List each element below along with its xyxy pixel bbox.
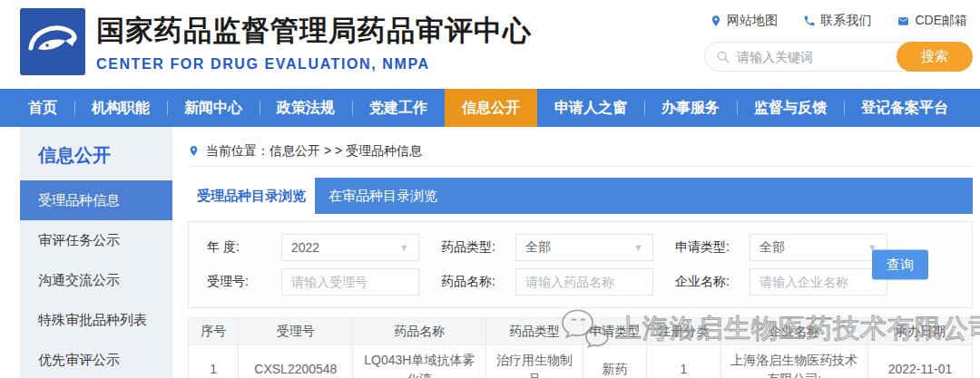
breadcrumb-text: 当前位置：信息公开 > > 受理品种信息 (206, 143, 422, 160)
table-row: 1 CXSL2200548 LQ043H单域抗体雾化液 治疗用生物制品 新药 1… (189, 345, 973, 378)
apply-type-select[interactable]: 全部 ▼ (750, 234, 887, 261)
site-search: 搜索 (704, 42, 973, 72)
cell-index: 1 (189, 345, 239, 378)
filter-row-2: 受理号: 药品名称: 企业名称: (207, 268, 957, 296)
filter-row-1: 年 度: 2022 ▼ 药品类型: 全部 ▼ (207, 234, 957, 261)
filter-acceptance-no: 受理号: (207, 268, 419, 296)
main-panel: 当前位置：信息公开 > > 受理品种信息 受理品种目录浏览 在审品种目录浏览 年… (188, 127, 973, 378)
tab-strip: 受理品种目录浏览 在审品种目录浏览 (188, 178, 973, 214)
sidebar-title: 信息公开 (20, 127, 172, 180)
nav-item-registration-platform[interactable]: 登记备案平台 (844, 89, 965, 127)
tab-accepted-catalog[interactable]: 受理品种目录浏览 (188, 178, 315, 214)
quick-links: 网站地图 联系我们 CDE邮箱 (704, 13, 973, 29)
filter-apply-type: 申请类型: 全部 ▼ (675, 234, 887, 261)
tab-under-review-catalog[interactable]: 在审品种目录浏览 (315, 178, 451, 214)
sidebar-item-priority-review[interactable]: 优先审评公示 (20, 340, 172, 378)
drug-name-input[interactable] (515, 268, 653, 296)
nav-item-news[interactable]: 新闻中心 (167, 89, 260, 127)
filter-company-name: 企业名称: (675, 268, 887, 296)
nav-item-services[interactable]: 办事服务 (644, 89, 737, 127)
brand: 国家药品监督管理局药品审评中心 CENTER FOR DRUG EVALUATI… (20, 8, 532, 75)
filter-drug-name: 药品名称: (441, 268, 653, 296)
cde-logo-icon (20, 8, 85, 75)
nav-item-home[interactable]: 首页 (11, 89, 74, 127)
content: 信息公开 受理品种信息 审评任务公示 沟通交流公示 特殊审批品种列表 优先审评公… (0, 127, 980, 378)
nav-item-info-disclosure[interactable]: 信息公开 (445, 89, 537, 127)
site-title: 国家药品监督管理局药品审评中心 (96, 12, 532, 50)
sitemap-link[interactable]: 网站地图 (710, 13, 778, 29)
apply-type-select-value: 全部 (760, 239, 785, 256)
location-pin-icon (710, 15, 722, 27)
col-header-apply-type: 申请类型 (583, 318, 647, 345)
sidebar: 信息公开 受理品种信息 审评任务公示 沟通交流公示 特殊审批品种列表 优先审评公… (20, 127, 172, 378)
cell-apply-type: 新药 (583, 345, 647, 378)
nav-item-party[interactable]: 党建工作 (352, 89, 445, 127)
year-select-value: 2022 (291, 240, 319, 255)
cde-mail-link[interactable]: CDE邮箱 (897, 13, 967, 29)
breadcrumb: 当前位置：信息公开 > > 受理品种信息 (188, 136, 973, 167)
table-header-row: 序号 受理号 药品名称 药品类型 申请类型 注册分类 企业名称 承办日期 (189, 318, 973, 345)
nav-item-supervision[interactable]: 监督与反馈 (737, 89, 844, 127)
main-nav: 首页 机构职能 新闻中心 政策法规 党建工作 信息公开 申请人之窗 办事服务 监… (0, 89, 980, 127)
col-header-registration-class: 注册分类 (647, 318, 720, 345)
cell-drug-name: LQ043H单域抗体雾化液 (353, 345, 486, 378)
col-header-date: 承办日期 (868, 318, 973, 345)
apply-type-label: 申请类型: (675, 239, 740, 256)
acceptance-no-input[interactable] (281, 268, 419, 296)
col-header-acceptance-no: 受理号 (239, 318, 353, 345)
chevron-down-icon: ▼ (399, 242, 409, 253)
drug-type-select-value: 全部 (525, 239, 551, 256)
company-name-label: 企业名称: (675, 274, 740, 290)
sidebar-item-accepted-varieties[interactable]: 受理品种信息 (20, 180, 172, 220)
search-button[interactable]: 搜索 (897, 42, 973, 72)
filter-panel: 年 度: 2022 ▼ 药品类型: 全部 ▼ (188, 221, 973, 308)
cell-acceptance-no: CXSL2200548 (239, 345, 353, 378)
nav-item-policy[interactable]: 政策法规 (260, 89, 352, 127)
phone-icon (803, 15, 816, 27)
col-header-drug-name: 药品名称 (353, 318, 486, 345)
company-name-input[interactable] (750, 268, 887, 296)
filter-drug-type: 药品类型: 全部 ▼ (441, 234, 653, 261)
drug-type-label: 药品类型: (441, 239, 506, 256)
drug-type-select[interactable]: 全部 ▼ (515, 234, 653, 261)
sidebar-item-special-approval[interactable]: 特殊审批品种列表 (20, 300, 172, 340)
query-button[interactable]: 查询 (872, 250, 928, 280)
brand-text: 国家药品监督管理局药品审评中心 CENTER FOR DRUG EVALUATI… (96, 8, 532, 73)
cde-mail-label: CDE邮箱 (915, 13, 967, 29)
cell-registration-class: 1 (647, 345, 720, 378)
sidebar-item-review-tasks[interactable]: 审评任务公示 (20, 220, 172, 260)
col-header-index: 序号 (189, 318, 239, 345)
results-table: 序号 受理号 药品名称 药品类型 申请类型 注册分类 企业名称 承办日期 1 C… (188, 317, 973, 378)
filter-year: 年 度: 2022 ▼ (207, 234, 419, 261)
header-right: 网站地图 联系我们 CDE邮箱 搜索 (704, 13, 973, 72)
col-header-drug-type: 药品类型 (486, 318, 583, 345)
cell-drug-type: 治疗用生物制品 (486, 345, 583, 378)
site-subtitle: CENTER FOR DRUG EVALUATION, NMPA (96, 56, 532, 73)
year-label: 年 度: (207, 239, 272, 256)
cell-date: 2022-11-01 (868, 345, 973, 378)
nav-item-applicant-window[interactable]: 申请人之窗 (537, 89, 644, 127)
search-icon (716, 50, 730, 64)
contact-label: 联系我们 (820, 13, 871, 29)
drug-name-label: 药品名称: (441, 274, 506, 290)
cell-company: 上海洛启生物医药技术有限公司; (720, 345, 867, 378)
chevron-down-icon: ▼ (633, 242, 643, 253)
location-pin-icon (188, 144, 200, 158)
acceptance-no-label: 受理号: (207, 274, 272, 290)
sitemap-label: 网站地图 (727, 13, 778, 29)
contact-link[interactable]: 联系我们 (803, 13, 871, 29)
page: 国家药品监督管理局药品审评中心 CENTER FOR DRUG EVALUATI… (0, 0, 980, 378)
site-header: 国家药品监督管理局药品审评中心 CENTER FOR DRUG EVALUATI… (0, 0, 980, 89)
col-header-company: 企业名称 (720, 318, 867, 345)
sidebar-item-communication[interactable]: 沟通交流公示 (20, 260, 172, 300)
mail-icon (897, 15, 910, 27)
nav-item-functions[interactable]: 机构职能 (74, 89, 167, 127)
year-select[interactable]: 2022 ▼ (281, 234, 419, 261)
